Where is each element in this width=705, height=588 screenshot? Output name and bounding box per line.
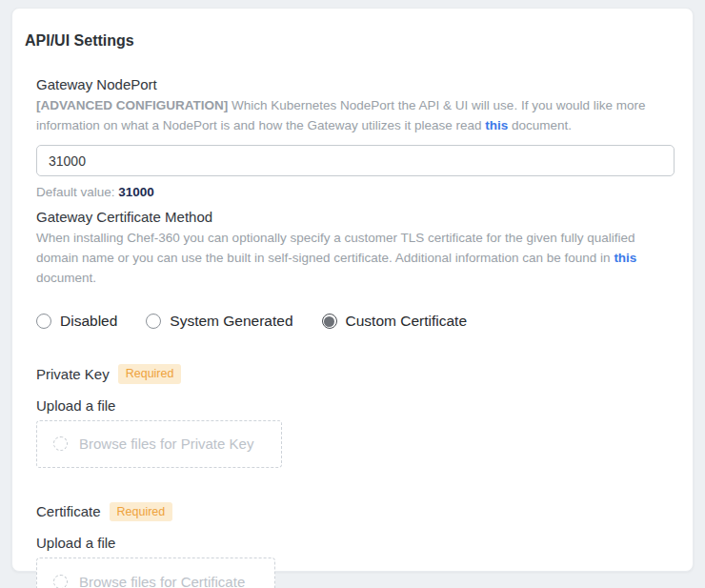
cert-method-radio-group: Disabled System Generated Custom Certifi… xyxy=(36,313,673,330)
nodeport-default-value: Default value: 31000 xyxy=(36,185,673,199)
radio-label: Disabled xyxy=(60,313,117,330)
radio-option-custom-certificate[interactable]: Custom Certificate xyxy=(322,313,467,330)
browse-private-key-text: Browse files for Private Key xyxy=(79,436,253,452)
page-title: API/UI Settings xyxy=(25,32,673,50)
radio-label: System Generated xyxy=(170,313,292,330)
private-key-label-row: Private Key Required xyxy=(36,364,673,384)
private-key-upload-label: Upload a file xyxy=(36,397,673,414)
nodeport-input[interactable] xyxy=(36,145,675,176)
cert-method-doc-link[interactable]: this xyxy=(614,251,636,265)
upload-spinner-icon xyxy=(53,436,68,451)
private-key-section: Private Key Required Upload a file Brows… xyxy=(36,364,673,468)
certificate-label: Certificate xyxy=(36,503,101,519)
gateway-nodeport-field: Gateway NodePort [ADVANCED CONFIGURATION… xyxy=(36,76,673,199)
upload-spinner-icon xyxy=(53,575,68,588)
certificate-section: Certificate Required Upload a file Brows… xyxy=(36,502,673,588)
radio-icon[interactable] xyxy=(146,314,161,329)
gateway-cert-method-label: Gateway Certificate Method xyxy=(36,209,673,225)
gateway-cert-method-field: Gateway Certificate Method When installi… xyxy=(36,209,673,330)
required-badge: Required xyxy=(110,502,173,522)
certificate-upload-label: Upload a file xyxy=(36,535,673,551)
required-badge: Required xyxy=(118,364,182,384)
certificate-label-row: Certificate Required xyxy=(36,502,673,522)
api-ui-settings-card: API/UI Settings Gateway NodePort [ADVANC… xyxy=(11,8,694,572)
radio-label: Custom Certificate xyxy=(346,313,467,330)
browse-private-key-button[interactable]: Browse files for Private Key xyxy=(36,420,282,468)
gateway-nodeport-label: Gateway NodePort xyxy=(36,76,673,92)
radio-icon[interactable] xyxy=(36,314,51,329)
gateway-cert-method-description: When installing Chef-360 you can optiona… xyxy=(36,228,673,288)
browse-certificate-text: Browse files for Certificate xyxy=(79,574,245,588)
browse-certificate-button[interactable]: Browse files for Certificate xyxy=(36,558,275,588)
radio-icon[interactable] xyxy=(322,314,337,329)
gateway-nodeport-description: [ADVANCED CONFIGURATION] Which Kubernete… xyxy=(36,95,673,135)
radio-option-system-generated[interactable]: System Generated xyxy=(146,313,292,330)
nodeport-default-number: 31000 xyxy=(118,185,154,199)
private-key-label: Private Key xyxy=(36,366,110,382)
advanced-configuration-tag: [ADVANCED CONFIGURATION] xyxy=(36,98,228,112)
radio-option-disabled[interactable]: Disabled xyxy=(36,313,117,330)
nodeport-doc-link[interactable]: this xyxy=(485,118,508,132)
